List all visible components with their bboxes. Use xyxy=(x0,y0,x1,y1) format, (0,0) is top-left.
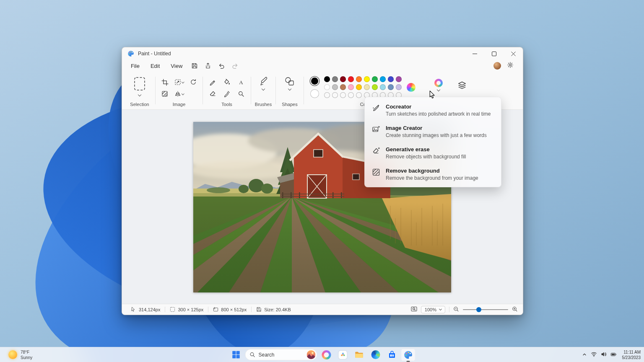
resize-button[interactable] xyxy=(173,77,185,88)
start-button[interactable] xyxy=(229,349,243,361)
color-swatch[interactable] xyxy=(388,76,394,82)
minimize-button[interactable] xyxy=(465,47,484,60)
title-bar[interactable]: Paint - Untitled xyxy=(122,47,523,60)
empty-color-slot[interactable] xyxy=(348,92,354,98)
rotate-button[interactable] xyxy=(187,77,200,88)
fill-tool-button[interactable] xyxy=(221,77,233,88)
color-swatch[interactable] xyxy=(396,76,402,82)
settings-button[interactable] xyxy=(507,62,514,70)
remove-background-button[interactable] xyxy=(158,88,171,99)
zoom-out-button[interactable] xyxy=(453,306,459,313)
battery-icon[interactable] xyxy=(610,351,617,359)
empty-color-slot[interactable] xyxy=(324,92,330,98)
color-swatch[interactable] xyxy=(332,84,338,90)
cursor-position-icon xyxy=(131,307,136,312)
color-swatch[interactable] xyxy=(324,84,330,90)
hidden-icons-chevron[interactable] xyxy=(582,351,587,359)
photos-taskbar-button[interactable] xyxy=(336,349,350,361)
color-swatch[interactable] xyxy=(340,76,346,82)
color-swatch[interactable] xyxy=(380,84,386,90)
flip-button[interactable] xyxy=(173,88,185,99)
selection-tool-group[interactable]: Selection xyxy=(125,72,155,109)
flip-chevron-icon[interactable] xyxy=(182,92,184,95)
foreground-color-swatch[interactable] xyxy=(310,77,319,85)
file-explorer-taskbar-button[interactable] xyxy=(352,349,366,361)
brushes-chevron-icon[interactable] xyxy=(262,87,265,90)
menu-item-generative-erase[interactable]: Generative erase Remove objects with bac… xyxy=(365,142,501,163)
edit-colors-button[interactable] xyxy=(407,83,415,92)
color-swatch[interactable] xyxy=(380,76,386,82)
taskbar-clock[interactable]: 11:11 AM 5/23/2023 xyxy=(621,349,641,360)
copilot-button-icon[interactable] xyxy=(434,79,443,87)
wifi-icon[interactable] xyxy=(591,351,597,359)
empty-color-slot[interactable] xyxy=(340,92,346,98)
color-swatch[interactable] xyxy=(372,84,378,90)
menu-view[interactable]: View xyxy=(165,62,188,70)
color-swatch[interactable] xyxy=(332,76,338,82)
menu-file[interactable]: File xyxy=(125,62,145,70)
weather-condition: Sunny xyxy=(21,355,32,360)
remove-background-title: Remove background xyxy=(386,168,478,174)
taskbar-search-box[interactable]: Search xyxy=(245,349,317,360)
close-button[interactable] xyxy=(504,47,523,60)
empty-color-slot[interactable] xyxy=(356,92,362,98)
volume-icon[interactable] xyxy=(601,351,607,359)
menu-item-cocreator[interactable]: Cocreator Turn sketches into polished ar… xyxy=(365,99,501,121)
color-swatch[interactable] xyxy=(372,76,378,82)
copilot-taskbar-button[interactable] xyxy=(319,349,334,361)
zoom-level-dropdown[interactable]: 100% xyxy=(421,306,445,313)
color-swatch[interactable] xyxy=(356,84,362,90)
eraser-tool-button[interactable] xyxy=(206,88,219,99)
redo-button[interactable] xyxy=(228,61,242,71)
zoom-slider[interactable] xyxy=(463,309,508,310)
color-swatch[interactable] xyxy=(348,84,354,90)
image-group-label: Image xyxy=(156,102,202,107)
color-swatch[interactable] xyxy=(324,76,330,82)
color-swatch[interactable] xyxy=(388,84,394,90)
generative-erase-description: Remove objects with background fill xyxy=(386,154,466,160)
account-avatar[interactable] xyxy=(493,62,501,70)
menu-item-image-creator[interactable]: Image Creator Create stunning images wit… xyxy=(365,121,501,142)
color-swatch[interactable] xyxy=(340,84,346,90)
menu-item-remove-background[interactable]: Remove background Remove the background … xyxy=(365,163,501,185)
shapes-group[interactable]: Shapes xyxy=(276,72,303,109)
search-highlight-thumbnail[interactable] xyxy=(307,350,316,359)
brush-icon[interactable] xyxy=(259,76,268,86)
tools-group-label: Tools xyxy=(203,102,250,107)
file-explorer-icon xyxy=(355,350,364,359)
resize-chevron-icon[interactable] xyxy=(182,80,184,83)
color-swatch[interactable] xyxy=(396,84,402,90)
magnifier-tool-button[interactable] xyxy=(235,88,247,99)
color-swatch[interactable] xyxy=(364,76,370,82)
pencil-tool-button[interactable] xyxy=(206,77,219,88)
layers-icon[interactable] xyxy=(457,81,467,90)
brushes-group[interactable]: Brushes xyxy=(252,72,275,109)
copilot-chevron-icon[interactable] xyxy=(437,88,440,91)
canvas-size-value: 800 × 512px xyxy=(221,307,247,312)
selection-dropdown-chevron-icon[interactable] xyxy=(138,93,141,96)
shapes-icon[interactable] xyxy=(284,76,295,86)
menu-edit[interactable]: Edit xyxy=(145,62,165,70)
zoom-slider-thumb[interactable] xyxy=(476,307,481,312)
mouse-cursor xyxy=(429,90,436,98)
color-swatch[interactable] xyxy=(356,76,362,82)
selection-icon[interactable] xyxy=(132,76,147,92)
paint-taskbar-button[interactable] xyxy=(401,349,415,361)
color-swatch[interactable] xyxy=(348,76,354,82)
background-color-swatch[interactable] xyxy=(310,89,319,98)
weather-widget[interactable]: 78°F Sunny xyxy=(5,347,36,362)
text-tool-button[interactable]: A xyxy=(235,77,247,88)
crop-button[interactable] xyxy=(158,77,171,88)
fit-to-screen-button[interactable] xyxy=(411,306,417,313)
color-picker-tool-button[interactable] xyxy=(221,88,233,99)
store-taskbar-button[interactable] xyxy=(385,349,399,361)
empty-color-slot[interactable] xyxy=(332,92,338,98)
save-button[interactable] xyxy=(188,61,201,71)
shapes-chevron-icon[interactable] xyxy=(288,87,291,90)
zoom-in-button[interactable] xyxy=(512,306,518,313)
share-button[interactable] xyxy=(201,61,215,71)
maximize-button[interactable] xyxy=(484,47,504,60)
edge-taskbar-button[interactable] xyxy=(369,349,383,361)
undo-button[interactable] xyxy=(215,61,228,71)
color-swatch[interactable] xyxy=(364,84,370,90)
